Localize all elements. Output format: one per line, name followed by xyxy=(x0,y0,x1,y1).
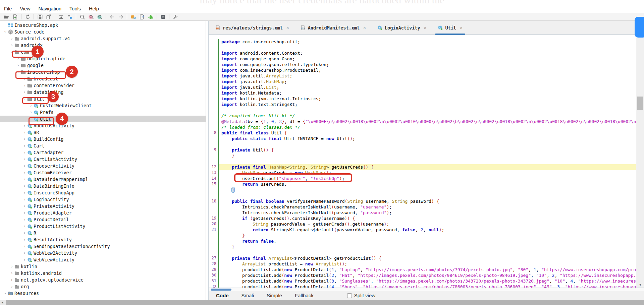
tree-item-webview2activity[interactable]: ›cWebView2Activity xyxy=(0,250,206,256)
code-line[interactable] xyxy=(209,45,637,50)
code-line[interactable]: import java.util.HashMap; xyxy=(209,79,637,84)
code-line[interactable]: 20String passwordValue = getUserCreds().… xyxy=(209,221,637,227)
bug-icon[interactable] xyxy=(146,13,155,20)
tree-item-resultactivity[interactable]: ›cResultActivity xyxy=(0,236,206,243)
class-search-icon[interactable] xyxy=(95,13,104,20)
chevron-closed-icon[interactable]: › xyxy=(22,204,27,208)
chevron-closed-icon[interactable]: › xyxy=(9,36,14,41)
tree-item-privateactivity[interactable]: ›cPrivateActivity xyxy=(0,203,206,209)
chevron-closed-icon[interactable]: › xyxy=(22,244,27,249)
tree-item-source-code[interactable]: ›Source code xyxy=(0,28,206,35)
tree-item-insecureshopapp[interactable]: ›cInsecureShopApp xyxy=(0,189,206,196)
export-icon[interactable] xyxy=(44,13,53,20)
tab-res-values-strings-xml[interactable]: res/values/strings.xml× xyxy=(212,21,292,35)
chevron-closed-icon[interactable]: › xyxy=(9,43,14,48)
code-line[interactable]: import com.google.gson.reflect.TypeToken… xyxy=(209,62,637,67)
chevron-closed-icon[interactable]: › xyxy=(9,271,14,276)
chevron-closed-icon[interactable]: › xyxy=(22,130,27,135)
code-line[interactable]: 19if (getUserCreds().containsKey(usernam… xyxy=(209,216,637,221)
code-line[interactable]: 29productList.add(new ProductDetail(1, "… xyxy=(209,267,637,272)
tree-item-productlistactivity[interactable]: ›cProductListActivity xyxy=(0,223,206,230)
close-tab-icon[interactable]: × xyxy=(424,25,427,30)
code-line[interactable]: import java.util.List; xyxy=(209,84,637,90)
menu-tools[interactable]: Tools xyxy=(69,6,81,11)
tree-item-sendingdataviaactionactivity[interactable]: ›cSendingDataViaActionActivity xyxy=(0,243,206,250)
chevron-closed-icon[interactable]: › xyxy=(9,284,14,289)
code-line[interactable]: 28ArrayList productList = new ArrayList(… xyxy=(209,261,637,267)
code-line[interactable] xyxy=(209,159,637,164)
search-icon[interactable] xyxy=(78,13,87,20)
code-editor[interactable]: package com.insecureshop.util;import and… xyxy=(209,35,644,288)
tree-item-databindermapperimpl[interactable]: ›cDataBinderMapperImpl xyxy=(0,176,206,183)
tree-item-kotlinx-android[interactable]: ›kotlinx.android xyxy=(0,270,206,277)
code-line[interactable]: 18public final boolean verifyUserNamePas… xyxy=(209,198,637,204)
tree-item-kotlin[interactable]: ›kotlin xyxy=(0,263,206,270)
chevron-closed-icon[interactable]: › xyxy=(9,278,14,282)
tree-item-productdetail[interactable]: ›cProductDetail xyxy=(0,216,206,223)
code-line[interactable]: return false; xyxy=(209,238,637,244)
chevron-open-icon[interactable]: › xyxy=(3,291,8,296)
flatten-icon[interactable] xyxy=(57,13,65,20)
chevron-closed-icon[interactable]: › xyxy=(22,237,27,242)
hierarchy-icon[interactable] xyxy=(65,13,74,20)
chevron-closed-icon[interactable]: › xyxy=(28,103,34,108)
tree-item-cartlistactivity[interactable]: ›cCartListActivity xyxy=(0,156,206,163)
code-line[interactable] xyxy=(209,107,637,113)
tree-item-androidx[interactable]: ›androidx xyxy=(0,42,206,49)
code-line[interactable]: 30productList.add(new ProductDetail(2, "… xyxy=(209,272,637,278)
code-line[interactable]: import android.content.Context; xyxy=(209,50,637,56)
chevron-closed-icon[interactable]: › xyxy=(15,63,21,68)
text-search-icon[interactable] xyxy=(87,13,95,20)
chevron-closed-icon[interactable]: › xyxy=(22,217,27,222)
panel-splitter[interactable] xyxy=(206,21,209,300)
code-line[interactable]: package com.insecureshop.util; xyxy=(209,39,637,45)
vertical-scrollbar[interactable]: ▾ xyxy=(636,35,644,288)
tree-item-r[interactable]: ›cR xyxy=(0,230,206,236)
chevron-closed-icon[interactable]: › xyxy=(22,184,27,188)
back-icon[interactable] xyxy=(108,13,116,20)
code-line[interactable]: Intrinsics.checkParameterIsNotNull(passw… xyxy=(209,210,637,216)
tree-item-chooseractivity[interactable]: ›cChooserActivity xyxy=(0,163,206,169)
view-mode-simple[interactable]: Simple xyxy=(267,293,282,298)
tab-util[interactable]: cUtil× xyxy=(434,21,466,35)
code-line[interactable]: import kotlin.Metadata; xyxy=(209,90,637,96)
chevron-open-icon[interactable]: › xyxy=(3,29,8,35)
tree-item-insecureshop-apk[interactable]: InsecureShop.apk xyxy=(0,22,206,28)
forward-icon[interactable] xyxy=(116,13,125,20)
code-line[interactable]: } xyxy=(209,244,637,250)
tab-loginactivity[interactable]: cLoginActivity× xyxy=(374,21,430,35)
chevron-closed-icon[interactable]: › xyxy=(22,123,27,128)
chevron-closed-icon[interactable]: › xyxy=(9,264,14,269)
split-view-toggle[interactable]: Split view xyxy=(347,293,375,298)
tree-item-net-gotev-uploadservice[interactable]: ›net.gotev.uploadservice xyxy=(0,277,206,283)
code-line[interactable]: @Metadata(bv = {1, 0, 3}, d1 = {"\u0000F… xyxy=(209,119,637,124)
reload-icon[interactable] xyxy=(23,13,32,20)
tree-item-contentprovider[interactable]: ›contentProvider xyxy=(0,82,206,89)
close-tab-icon[interactable]: × xyxy=(363,25,366,30)
menu-help[interactable]: Help xyxy=(89,6,99,11)
tree-item-databindinginfo[interactable]: ›cDataBindingInfo xyxy=(0,183,206,189)
open-file-icon[interactable] xyxy=(2,13,11,20)
code-line[interactable]: /* loaded from: classes.dex */ xyxy=(209,124,637,130)
tree-item-customreceiver[interactable]: ›cCustomReceiver xyxy=(0,169,206,176)
scroll-down-arrow-icon[interactable]: ▾ xyxy=(636,283,644,287)
menu-view[interactable]: View xyxy=(20,6,30,11)
save-all-icon[interactable] xyxy=(36,13,44,20)
chevron-closed-icon[interactable]: › xyxy=(22,190,27,195)
tree-item-buildconfig[interactable]: ›cBuildConfig xyxy=(0,136,206,142)
horizontal-scrollbar-thumb[interactable] xyxy=(211,289,231,291)
tree-item-productadapter[interactable]: ›cProductAdapter xyxy=(0,209,206,216)
chevron-closed-icon[interactable]: › xyxy=(28,110,34,115)
chevron-closed-icon[interactable]: › xyxy=(22,137,27,141)
menu-navigation[interactable]: Navigation xyxy=(39,6,62,11)
tree-item-prefs[interactable]: ›cPrefs xyxy=(0,109,206,116)
code-line[interactable]: import com.google.gson.Gson; xyxy=(209,56,637,62)
code-line[interactable]: } xyxy=(209,187,637,193)
chevron-closed-icon[interactable]: › xyxy=(22,231,27,235)
code-line[interactable]: public static final Util INSTANCE = new … xyxy=(209,136,637,141)
code-line[interactable]: 12private final HashMap<String, String> … xyxy=(209,164,637,170)
chevron-closed-icon[interactable]: › xyxy=(22,197,27,202)
window-bottom-scrollbar[interactable]: ◂ xyxy=(0,300,644,305)
chevron-closed-icon[interactable]: › xyxy=(22,150,27,155)
chevron-closed-icon[interactable]: › xyxy=(22,143,27,148)
